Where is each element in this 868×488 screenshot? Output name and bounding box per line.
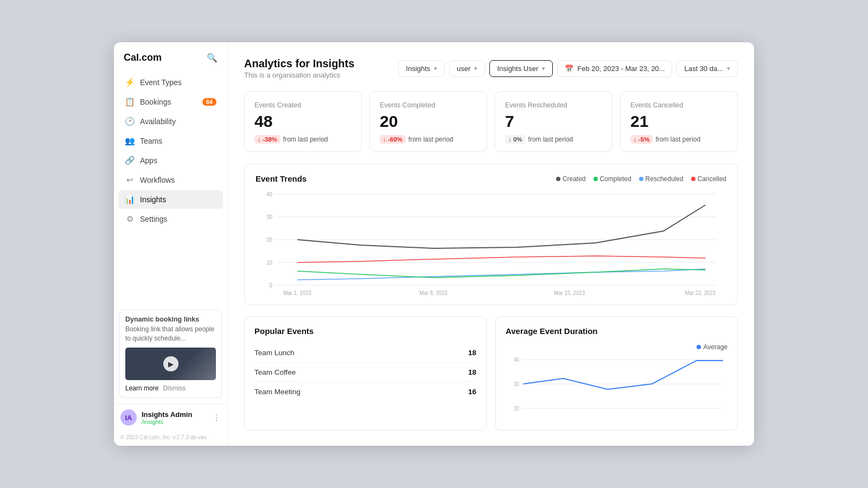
event-count: 18 (468, 349, 476, 357)
event-row: Team Coffee 18 (254, 363, 476, 382)
logo: Cal.com 🔍 (114, 52, 227, 73)
sidebar-nav: ⚡ Event Types 📋 Bookings 84 🕐 Availabili… (114, 73, 227, 303)
promo-play-button[interactable]: ▶ (163, 356, 178, 371)
stat-badge: ↓ -5% (630, 135, 653, 144)
svg-text:30: 30 (266, 214, 272, 220)
sidebar-item-label: Settings (140, 215, 168, 223)
svg-text:10: 10 (266, 260, 272, 266)
sidebar-item-apps[interactable]: 🔗 Apps (118, 151, 223, 170)
promo-learn-more[interactable]: Learn more (125, 384, 158, 392)
avg-duration-chart: 40 30 20 (506, 354, 727, 425)
avg-legend-dot (697, 345, 701, 349)
logo-text: Cal.com (124, 52, 162, 63)
sidebar-item-teams[interactable]: 👥 Teams (118, 132, 223, 150)
sidebar-item-label: Insights (140, 195, 166, 204)
page-title: Analytics for Insights (244, 57, 354, 70)
filter-user-button[interactable]: user ▾ (449, 60, 485, 77)
promo-thumbnail: ▶ (125, 348, 216, 380)
stat-change-text: from last period (528, 136, 573, 143)
stat-badge: ↓ -60% (380, 135, 406, 144)
promo-desc: Booking link that allows people to quick… (125, 325, 216, 343)
promo-dismiss-button[interactable]: Dismiss (163, 384, 186, 392)
svg-text:40: 40 (266, 191, 272, 197)
user-name: Insights Admin (142, 410, 192, 419)
event-types-icon: ⚡ (125, 78, 135, 87)
sidebar-item-workflows[interactable]: ↩ Workflows (118, 171, 223, 189)
event-row: Team Lunch 18 (254, 343, 476, 363)
stat-change: ↓ 0% from last period (505, 135, 602, 144)
apps-icon: 🔗 (125, 156, 135, 165)
header-controls: Insights ▾ user ▾ Insights User ▾ 📅 Feb … (398, 60, 738, 77)
stat-label: Events Created (254, 101, 352, 109)
bookings-icon: 📋 (125, 97, 135, 107)
legend-item: Rescheduled (639, 175, 684, 183)
sidebar-item-event-types[interactable]: ⚡ Event Types (118, 73, 223, 92)
sidebar-item-label: Event Types (140, 78, 182, 87)
stat-change-text: from last period (409, 136, 454, 143)
search-icon[interactable]: 🔍 (207, 53, 218, 63)
event-name: Team Coffee (254, 368, 296, 376)
stat-card: Events Created 48 ↓ -38% from last perio… (244, 91, 362, 152)
main-content: Analytics for Insights This is a organis… (228, 42, 754, 446)
legend-item: Cancelled (691, 175, 726, 183)
sidebar-item-label: Availability (140, 117, 176, 126)
filter-type-label: Insights (406, 65, 430, 73)
legend-label: Rescheduled (646, 175, 684, 183)
sidebar-item-availability[interactable]: 🕐 Availability (118, 112, 223, 131)
chevron-down-icon: ▾ (474, 65, 477, 72)
copyright: © 2023 Cal.com, Inc. v.2.7.3-de-vax (114, 431, 227, 446)
avg-chart-svg: 40 30 20 (506, 354, 727, 425)
svg-text:40: 40 (514, 357, 519, 363)
availability-icon: 🕐 (125, 117, 135, 126)
legend-label: Completed (600, 175, 631, 183)
svg-text:20: 20 (266, 237, 272, 243)
period-button[interactable]: Last 30 da... ▾ (676, 60, 738, 77)
stat-label: Events Rescheduled (505, 101, 602, 109)
stat-badge: ↓ -38% (254, 135, 280, 144)
sidebar: Cal.com 🔍 ⚡ Event Types 📋 Bookings 84 🕐 … (114, 42, 228, 446)
stat-label: Events Cancelled (630, 101, 727, 109)
svg-text:Mar 15, 2023: Mar 15, 2023 (554, 290, 585, 296)
date-range-label: Feb 20, 2023 - Mar 23, 20... (577, 65, 665, 73)
teams-icon: 👥 (125, 136, 135, 146)
legend-dot (639, 177, 643, 181)
avatar-initials: IA (125, 414, 132, 422)
filter-user-select-label: Insights User (497, 65, 538, 73)
sidebar-item-label: Bookings (140, 98, 171, 106)
filter-user-select-button[interactable]: Insights User ▾ (489, 60, 553, 77)
legend-dot (691, 177, 695, 181)
stat-change: ↓ -38% from last period (254, 135, 352, 144)
workflows-icon: ↩ (125, 175, 135, 185)
stat-label: Events Completed (380, 101, 477, 109)
legend-label: Cancelled (698, 175, 726, 183)
event-trends-chart: 40 30 20 10 0 Mar 1, 2023 Mar 8, 2023 Ma… (256, 189, 726, 297)
avg-duration-card: Average Event Duration Average 40 30 20 (495, 316, 738, 431)
user-menu-button[interactable]: ⋮ (212, 413, 221, 423)
chevron-down-icon: ▾ (727, 65, 730, 72)
event-count: 18 (468, 368, 476, 376)
sidebar-item-label: Apps (140, 156, 157, 165)
sidebar-item-settings[interactable]: ⚙ Settings (118, 210, 223, 228)
stat-change: ↓ -60% from last period (380, 135, 477, 144)
svg-text:30: 30 (514, 381, 519, 387)
stat-card: Events Rescheduled 7 ↓ 0% from last peri… (495, 91, 612, 152)
svg-text:20: 20 (514, 406, 519, 412)
stat-card: Events Completed 20 ↓ -60% from last per… (369, 91, 487, 152)
date-range-button[interactable]: 📅 Feb 20, 2023 - Mar 23, 20... (557, 60, 672, 77)
sidebar-item-insights[interactable]: 📊 Insights (118, 190, 223, 209)
period-label: Last 30 da... (684, 65, 723, 73)
svg-text:0: 0 (269, 282, 272, 288)
filter-type-button[interactable]: Insights ▾ (398, 60, 445, 77)
stat-value: 48 (254, 112, 352, 131)
stat-cards: Events Created 48 ↓ -38% from last perio… (244, 91, 738, 152)
chevron-down-icon: ▾ (542, 65, 545, 72)
sidebar-item-bookings[interactable]: 📋 Bookings 84 (118, 93, 223, 111)
stat-value: 21 (630, 112, 727, 131)
chevron-down-icon: ▾ (434, 65, 437, 72)
event-name: Team Lunch (254, 349, 295, 357)
stat-change: ↓ -5% from last period (630, 135, 727, 144)
bottom-row: Popular Events Team Lunch 18 Team Coffee… (244, 316, 738, 431)
legend-label: Created (563, 175, 586, 183)
svg-text:Mar 8, 2023: Mar 8, 2023 (419, 290, 448, 296)
sidebar-item-label: Workflows (140, 176, 175, 184)
